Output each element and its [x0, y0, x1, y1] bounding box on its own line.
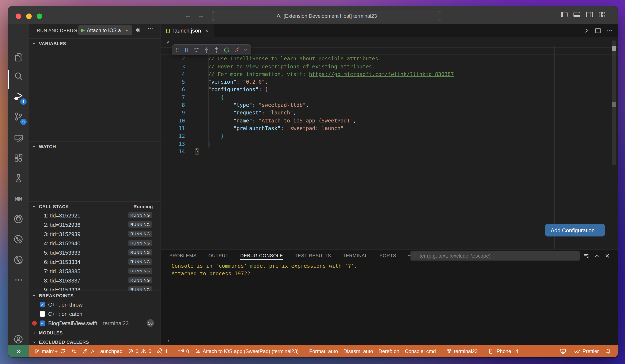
- code-line[interactable]: 14}: [161, 148, 618, 156]
- call-stack-thread-row[interactable]: 4: tid=3152940RUNNING: [29, 239, 160, 248]
- breadcrumb[interactable]: .v: [165, 39, 169, 45]
- debug-settings-gear-icon[interactable]: [135, 27, 141, 33]
- extensions-icon[interactable]: [8, 149, 29, 168]
- step-over-button[interactable]: [193, 47, 199, 53]
- call-stack-thread-row[interactable]: 3: tid=3152939RUNNING: [29, 229, 160, 239]
- toggle-secondary-sidebar-icon[interactable]: [586, 12, 593, 17]
- split-editor-icon[interactable]: [595, 28, 601, 33]
- notifications-bell-icon[interactable]: [606, 348, 611, 354]
- breakpoint-row[interactable]: C++: on catch: [29, 309, 160, 318]
- code-line[interactable]: 5 "version": "0.2.0",: [161, 78, 618, 86]
- call-stack-thread-row[interactable]: 9: tid=3153338RUNNING: [29, 285, 160, 291]
- code-line[interactable]: 11 "preLaunchTask": "sweetpad: launch": [161, 124, 618, 132]
- variables-section-header[interactable]: ›VARIABLES: [29, 38, 160, 48]
- editor-more-actions-icon[interactable]: ⋯: [607, 27, 613, 34]
- run-file-icon[interactable]: [584, 28, 589, 33]
- remote-indicator[interactable]: [8, 345, 29, 357]
- panel-tab-problems[interactable]: PROBLEMS: [169, 249, 197, 261]
- call-stack-thread-row[interactable]: 5: tid=3153333RUNNING: [29, 248, 160, 257]
- add-configuration-button[interactable]: Add Configuration...: [545, 224, 605, 237]
- watch-section-header[interactable]: ›WATCH: [29, 142, 160, 151]
- close-window-button[interactable]: [16, 13, 21, 19]
- code-line[interactable]: 13 ]: [161, 140, 618, 148]
- lldb-console-item[interactable]: Console: cmd: [405, 348, 436, 354]
- call-stack-thread-row[interactable]: 6: tid=3153334RUNNING: [29, 257, 160, 267]
- code-line[interactable]: 12 }: [161, 132, 618, 140]
- clear-console-icon[interactable]: [583, 253, 589, 259]
- console-input-prompt[interactable]: ›: [167, 337, 170, 344]
- git-branch-item[interactable]: main*+: [34, 348, 65, 354]
- step-out-button[interactable]: [213, 47, 219, 53]
- toolbar-drag-grip[interactable]: [175, 47, 180, 53]
- code-editor[interactable]: 1{2 // Use IntelliSense to learn about p…: [161, 46, 618, 249]
- console-filter-input[interactable]: [410, 251, 580, 261]
- call-stack-thread-row[interactable]: 1: tid=3152921RUNNING: [29, 211, 160, 220]
- close-tab-icon[interactable]: ×: [205, 27, 208, 33]
- restart-button[interactable]: [223, 47, 230, 53]
- command-center-search[interactable]: [Extension Development Host] terminal23: [212, 11, 441, 21]
- debug-config-dropdown[interactable]: ▶ Attach to iOS a ›: [78, 25, 132, 35]
- tab-launch-json[interactable]: {} launch.json ×: [161, 24, 214, 37]
- launchpad-item[interactable]: Launchpad: [82, 348, 123, 354]
- step-into-button[interactable]: [203, 47, 210, 53]
- excluded-callers-section-header[interactable]: ›EXCLUDED CALLERS: [29, 337, 160, 345]
- git-compare-item[interactable]: [71, 348, 76, 354]
- code-line[interactable]: 8 "type": "sweetpad-lldb",: [161, 101, 618, 109]
- copilot-icon[interactable]: [560, 348, 567, 354]
- code-line[interactable]: 3 // Hover to view descriptions of exist…: [161, 63, 618, 70]
- debug-console-output[interactable]: Console is in 'commands' mode, prefix ex…: [171, 262, 357, 277]
- breakpoints-section-header[interactable]: ›BREAKPOINTS: [29, 291, 160, 300]
- modules-section-header[interactable]: ›MODULES: [29, 328, 160, 337]
- breakpoint-row[interactable]: ✓BlogDetailView.swiftterminal2356: [29, 318, 160, 328]
- call-stack-thread-row[interactable]: 8: tid=3153337RUNNING: [29, 276, 160, 285]
- tools-item[interactable]: 1: [157, 348, 168, 354]
- problems-item[interactable]: 0 0: [128, 348, 151, 354]
- panel-tab-output[interactable]: OUTPUT: [208, 249, 228, 261]
- pause-button[interactable]: [183, 47, 189, 53]
- source-control-icon[interactable]: 9: [8, 107, 29, 126]
- sidebar-more-actions-icon[interactable]: ⋯: [147, 25, 154, 32]
- code-line[interactable]: 2 // Use IntelliSense to learn about pos…: [161, 55, 618, 63]
- run-and-debug-view-icon[interactable]: 1: [8, 87, 29, 106]
- code-line[interactable]: 4 // For more information, visit: https:…: [161, 70, 618, 78]
- back-button[interactable]: ←: [185, 11, 191, 19]
- call-stack-thread-row[interactable]: 7: tid=3153335RUNNING: [29, 267, 160, 276]
- more-views-icon[interactable]: [8, 271, 29, 289]
- lldb-deref-item[interactable]: Deref: on: [378, 348, 400, 354]
- sweetpad-candy-icon[interactable]: [8, 190, 29, 208]
- code-line[interactable]: 9 "request": "launch",: [161, 109, 618, 117]
- toolbar-chevron-down-icon[interactable]: ›: [243, 48, 249, 52]
- debug-target-item[interactable]: terminal23: [446, 348, 478, 354]
- code-link[interactable]: https://go.microsoft.com/fwlink/?linkid=…: [309, 71, 454, 77]
- debug-session-item[interactable]: Attach to iOS app (SweetPad) (terminal23…: [195, 348, 299, 354]
- disconnect-button[interactable]: [234, 47, 240, 53]
- lldb-disasm-item[interactable]: Disasm: auto: [344, 348, 373, 354]
- prettier-item[interactable]: Prettier: [574, 348, 599, 354]
- github-icon[interactable]: [8, 210, 29, 228]
- remote-explorer-icon[interactable]: [8, 129, 29, 147]
- search-view-icon[interactable]: [8, 67, 29, 86]
- panel-tab-terminal[interactable]: TERMINAL: [343, 249, 368, 261]
- ports-item[interactable]: 0: [178, 348, 189, 354]
- breakpoint-checkbox[interactable]: [40, 311, 45, 316]
- close-panel-icon[interactable]: ✕: [605, 252, 610, 259]
- git-graph-icon[interactable]: [8, 230, 29, 248]
- lldb-format-item[interactable]: Format: auto: [309, 348, 338, 354]
- start-debug-icon[interactable]: ▶: [81, 28, 85, 33]
- zoom-window-button[interactable]: [37, 13, 42, 19]
- breakpoint-checkbox[interactable]: ✓: [40, 302, 45, 307]
- call-stack-thread-row[interactable]: 2: tid=3152936RUNNING: [29, 220, 160, 229]
- code-line[interactable]: 10 "name": "Attach to iOS app (SweetPad)…: [161, 117, 618, 124]
- customize-layout-icon[interactable]: [599, 12, 605, 17]
- forward-button[interactable]: →: [198, 11, 204, 19]
- minimize-window-button[interactable]: [26, 13, 32, 19]
- panel-tab-debug-console[interactable]: DEBUG CONSOLE: [240, 249, 283, 261]
- code-line[interactable]: 7 {: [161, 94, 618, 102]
- maximize-panel-icon[interactable]: [594, 253, 600, 259]
- code-line[interactable]: 6 "configurations": [: [161, 86, 618, 94]
- panel-tab-test-results[interactable]: TEST RESULTS: [295, 249, 331, 261]
- breakpoint-row[interactable]: ✓C++: on throw: [29, 300, 160, 309]
- gitlens-search-icon[interactable]: [8, 250, 29, 269]
- toggle-primary-sidebar-icon[interactable]: [561, 12, 567, 17]
- call-stack-section-header[interactable]: ›CALL STACK Running: [29, 201, 160, 211]
